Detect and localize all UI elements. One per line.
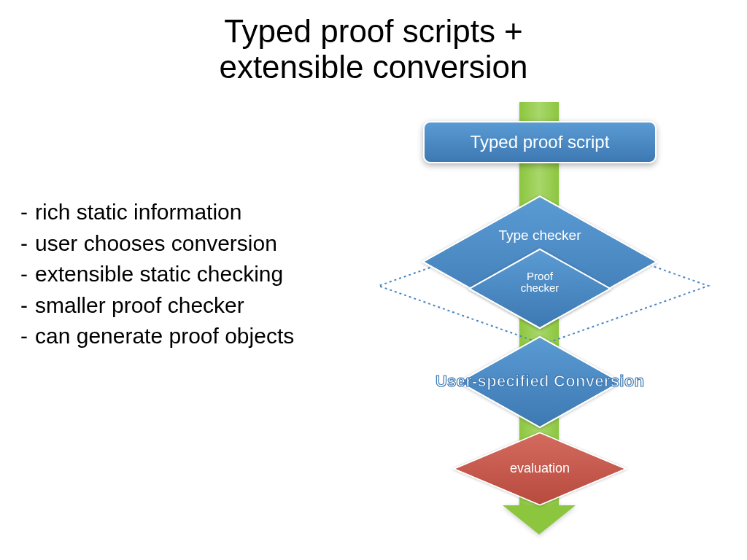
bullet-list: -rich static information -user chooses c… [20, 197, 356, 352]
slide-title: Typed proof scripts + extensible convers… [0, 13, 747, 85]
list-item: -rich static information [20, 197, 356, 228]
list-item: -user chooses conversion [20, 228, 356, 260]
flow-diagram: Type checker Proofchecker User-specified… [336, 102, 744, 554]
title-line-2: extensible conversion [219, 49, 527, 85]
title-line-1: Typed proof scripts + [224, 13, 523, 49]
list-item: -smaller proof checker [20, 290, 356, 322]
evaluation-label: evaluation [478, 407, 602, 531]
list-item: -can generate proof objects [20, 321, 356, 352]
list-item: -extensible static checking [20, 259, 356, 290]
conversion-label: User-specified Conversion [401, 372, 678, 391]
typed-proof-script-label: Typed proof script [471, 132, 610, 152]
evaluation-node: evaluation [478, 407, 602, 531]
typed-proof-script-box: Typed proof script [423, 121, 657, 163]
